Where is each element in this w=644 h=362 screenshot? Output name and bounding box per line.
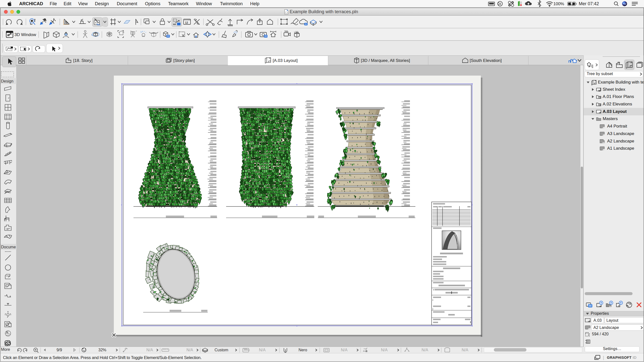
svg-text:XY:: XY: bbox=[95, 21, 99, 24]
svg-text:3D Window: 3D Window bbox=[14, 32, 36, 37]
svg-text:Docume: Docume bbox=[1, 245, 16, 249]
svg-text:12: 12 bbox=[185, 21, 188, 24]
svg-text:Mer 07:42: Mer 07:42 bbox=[579, 1, 599, 6]
svg-text:Design: Design bbox=[1, 79, 14, 83]
svg-text:100%: 100% bbox=[553, 1, 564, 6]
